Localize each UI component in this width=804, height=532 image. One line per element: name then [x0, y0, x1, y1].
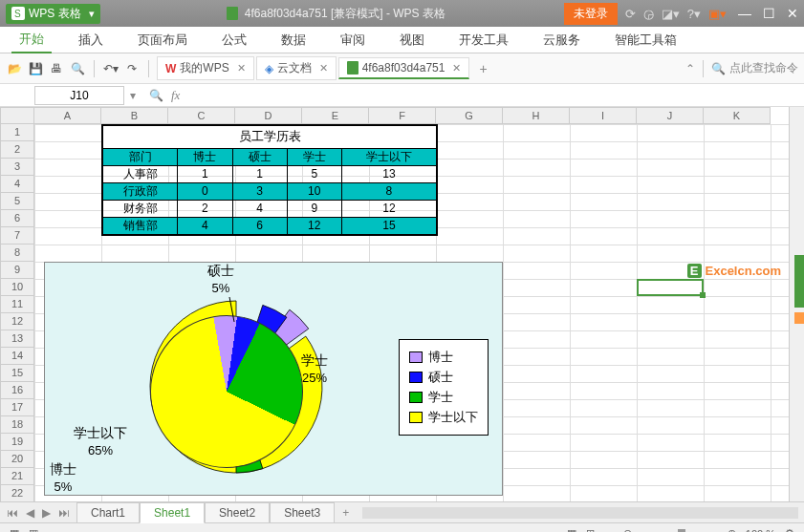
tab-cloud[interactable]: 云服务 — [535, 28, 588, 53]
col-header[interactable]: B — [101, 107, 168, 124]
fill-handle[interactable] — [700, 292, 706, 298]
row-header[interactable]: 8 — [0, 245, 34, 262]
close-icon[interactable]: ✕ — [319, 62, 328, 74]
redo-icon[interactable]: ↷ — [123, 60, 141, 77]
row-header[interactable]: 9 — [0, 262, 34, 279]
col-header[interactable]: I — [570, 107, 637, 124]
fx-icon[interactable]: fx — [171, 88, 180, 103]
print-icon[interactable]: 🖶 — [48, 60, 65, 77]
cloud-icon[interactable]: ◶ — [643, 7, 654, 21]
zoom-value[interactable]: 100 % — [746, 528, 775, 533]
save-icon[interactable]: 💾 — [27, 60, 44, 77]
zoom-out-icon[interactable]: ⊖ — [623, 527, 632, 532]
close-icon[interactable]: ✕ — [452, 62, 461, 74]
tab-pagelayout[interactable]: 页面布局 — [130, 28, 195, 53]
side-panel-grip2[interactable] — [794, 312, 804, 324]
row-header[interactable]: 12 — [0, 313, 34, 330]
row-header[interactable]: 13 — [0, 330, 34, 348]
tab-formula[interactable]: 公式 — [214, 28, 254, 53]
row-header[interactable]: 5 — [0, 193, 34, 210]
feedback-icon[interactable]: ▣▾ — [708, 7, 727, 21]
row-header[interactable]: 7 — [0, 227, 34, 245]
col-header[interactable]: E — [302, 107, 369, 124]
find-command[interactable]: 点此查找命令 — [729, 60, 798, 76]
col-header[interactable]: F — [369, 107, 436, 124]
tab-review[interactable]: 审阅 — [333, 28, 373, 53]
tab-start[interactable]: 开始 — [11, 27, 52, 53]
row-header[interactable]: 2 — [0, 141, 34, 159]
col-header[interactable]: K — [704, 107, 771, 124]
row-header[interactable]: 1 — [0, 124, 34, 141]
row-header[interactable]: 19 — [0, 434, 34, 451]
minimize-button[interactable]: — — [738, 6, 751, 21]
sync-icon[interactable]: ⟳ — [625, 7, 636, 21]
next-sheet-icon[interactable]: ▶ — [39, 506, 54, 520]
doc-tab-cloud[interactable]: ◈ 云文档 ✕ — [256, 56, 337, 80]
row-header[interactable]: 3 — [0, 159, 34, 176]
maximize-button[interactable]: ☐ — [763, 6, 775, 21]
row-header[interactable]: 10 — [0, 279, 34, 296]
col-header[interactable]: C — [168, 107, 235, 124]
search-fx-icon[interactable]: 🔍 — [149, 89, 163, 102]
embedded-chart[interactable]: 硕士5% 学士25% 学士以下65% 博士5% 博士 硕士 学士 学士以下 — [44, 262, 503, 496]
tab-insert[interactable]: 插入 — [71, 28, 111, 53]
tab-data[interactable]: 数据 — [273, 28, 314, 53]
tab-view[interactable]: 视图 — [392, 28, 432, 53]
undo-icon[interactable]: ↶▾ — [102, 60, 120, 77]
tab-devtools[interactable]: 开发工具 — [451, 28, 516, 53]
collapse-ribbon-icon[interactable]: ⌃ — [685, 62, 695, 75]
layout-page-icon[interactable]: ▥ — [29, 527, 38, 532]
row-header[interactable]: 14 — [0, 348, 34, 365]
row-header[interactable]: 18 — [0, 416, 34, 434]
layout-normal-icon[interactable]: ▦ — [10, 527, 19, 532]
row-header[interactable]: 20 — [0, 451, 34, 468]
col-header[interactable]: H — [503, 107, 570, 124]
login-button[interactable]: 未登录 — [564, 3, 618, 25]
help-icon[interactable]: ?▾ — [687, 7, 701, 21]
prev-sheet-icon[interactable]: ◀ — [23, 506, 37, 520]
app-menu[interactable]: S WPS 表格 ▾ — [6, 4, 100, 24]
view-mode-icon[interactable]: ▦ — [567, 527, 576, 532]
view-mode2-icon[interactable]: ⊞ — [586, 527, 595, 532]
add-sheet-button[interactable]: + — [335, 506, 357, 520]
zoom-in-icon[interactable]: ⊕ — [728, 527, 736, 532]
row-header[interactable]: 6 — [0, 210, 34, 227]
select-all-corner[interactable] — [0, 107, 34, 124]
view-mode3-icon[interactable]: ▭ — [604, 527, 614, 532]
sheet-tab-sheet2[interactable]: Sheet2 — [205, 502, 270, 523]
tab-smarttools[interactable]: 智能工具箱 — [607, 28, 684, 53]
row-header[interactable]: 22 — [0, 485, 34, 501]
sheet-tab-sheet1[interactable]: Sheet1 — [140, 502, 205, 523]
row-header[interactable]: 15 — [0, 365, 34, 382]
name-box[interactable] — [34, 86, 124, 105]
row-header[interactable]: 4 — [0, 176, 34, 193]
sheet-tab-chart1[interactable]: Chart1 — [76, 502, 140, 523]
open-icon[interactable]: 📂 — [6, 60, 23, 77]
add-tab-button[interactable]: + — [471, 61, 494, 76]
preview-icon[interactable]: 🔍 — [69, 60, 86, 77]
col-header[interactable]: A — [34, 107, 101, 124]
doc-tab-mywps[interactable]: W 我的WPS ✕ — [157, 56, 254, 80]
doc-icon — [347, 61, 359, 74]
row-header[interactable]: 21 — [0, 468, 34, 485]
col-header[interactable]: G — [436, 107, 503, 124]
skin-icon[interactable]: ◪▾ — [662, 7, 680, 21]
horizontal-scrollbar[interactable] — [362, 507, 798, 519]
sheet-tab-sheet3[interactable]: Sheet3 — [270, 502, 335, 523]
chevron-down-icon[interactable]: ▾ — [124, 89, 141, 102]
first-sheet-icon[interactable]: ⏮ — [4, 506, 21, 520]
row-header[interactable]: 17 — [0, 399, 34, 416]
search-icon[interactable]: 🔍 — [711, 62, 726, 75]
row-header[interactable]: 11 — [0, 296, 34, 313]
doc-tab-active[interactable]: 4f6a8f03d4a751 ✕ — [338, 57, 470, 79]
side-panel-grip[interactable] — [794, 255, 804, 308]
settings-icon[interactable]: ⚙ — [785, 527, 794, 532]
last-sheet-icon[interactable]: ⏭ — [55, 506, 73, 520]
wps-w-icon: W — [165, 62, 176, 75]
close-icon[interactable]: ✕ — [237, 62, 246, 74]
col-header[interactable]: D — [235, 107, 302, 124]
col-header[interactable]: J — [637, 107, 704, 124]
row-header[interactable]: 16 — [0, 382, 34, 399]
close-button[interactable]: ✕ — [787, 6, 798, 21]
spreadsheet-grid[interactable]: ABCDEFGHIJK 1234567891011121314151617181… — [0, 107, 804, 501]
